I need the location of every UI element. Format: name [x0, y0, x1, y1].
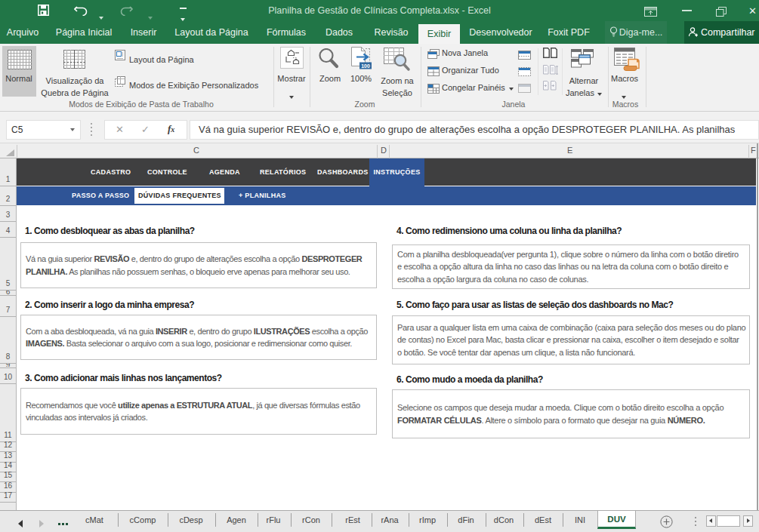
svg-text:100: 100: [361, 63, 370, 69]
